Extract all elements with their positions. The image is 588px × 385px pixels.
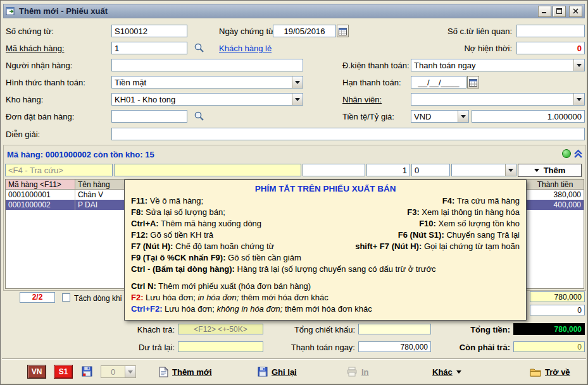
hinh-thuc-label: Hình thức thanh toán:: [6, 78, 85, 87]
quick-qty-input[interactable]: [366, 164, 410, 176]
minimize-button[interactable]: [538, 6, 551, 17]
window-title: Thêm mới - Phiếu xuất: [19, 6, 537, 16]
vn-button[interactable]: VN: [27, 365, 46, 379]
cell-ma-hang: 0001000002: [6, 200, 75, 210]
shortcut-line: F8: Sửa lại số lượng bán; F3: Xem lại th…: [131, 207, 520, 218]
shortcut-desc-italic: in hóa đơn;: [197, 293, 239, 302]
search-icon[interactable]: [194, 42, 204, 56]
shortcut-line: F12: Gõ số tiền KH trả F6 (Nút S1): Chuy…: [131, 229, 520, 241]
shortcut-key: Ctrl N:: [131, 281, 156, 291]
con-phai-tra-label: Còn phải trả:: [456, 343, 510, 352]
khac-label: Khác: [432, 367, 453, 377]
khach-tra-input[interactable]: [178, 324, 263, 334]
search-icon[interactable]: [194, 111, 204, 124]
dk-thanh-toan-combo[interactable]: Thanh toán ngay: [411, 59, 585, 71]
kho-hang-label: Kho hàng:: [6, 95, 43, 104]
ngay-chung-tu-input[interactable]: [273, 25, 336, 37]
ma-khach-hang-input[interactable]: [111, 42, 187, 54]
shortcut-key: F8:: [131, 207, 144, 217]
nhan-vien-label: Nhân viên:: [342, 95, 382, 104]
shortcut-desc: Lưu hóa đơn;: [144, 293, 198, 302]
khac-button[interactable]: Khác: [432, 364, 461, 379]
tong-chiet-khau-input[interactable]: [358, 324, 431, 334]
kho-hang-combo[interactable]: KH01 - Kho tong: [111, 93, 303, 106]
shortcut-line: Ctrl N: Thêm mới phiếu xuất (hóa đơn bán…: [131, 281, 520, 292]
count-value: 0: [101, 366, 125, 377]
calendar-icon[interactable]: [337, 25, 349, 37]
don-dat-label: Đơn đặt bán hàng:: [6, 112, 74, 121]
shortcut-key: F4:: [442, 196, 455, 205]
chevron-down-icon[interactable]: [292, 94, 303, 105]
quick-item-name-input[interactable]: [114, 164, 301, 176]
triangle-down-icon: [534, 169, 539, 172]
nhan-vien-combo[interactable]: [411, 93, 585, 106]
thanh-toan-ngay-input[interactable]: [358, 341, 431, 352]
maximize-button[interactable]: [553, 6, 566, 17]
line-amount-field: [530, 291, 585, 302]
no-hien-thoi-field: [516, 42, 585, 54]
calendar-icon[interactable]: [467, 76, 479, 89]
cell-thanh-tien: 380,000: [527, 190, 584, 200]
tien-te-combo[interactable]: VND: [411, 110, 469, 123]
quick-item-search-input[interactable]: [5, 164, 113, 176]
shortcut-line: F7 (Nút H): Chế độ tam hoãn chứng từ shi…: [131, 241, 520, 252]
shortcut-line: F11: Về ô mã hàng; F4: Tra cứu mã hàng: [131, 195, 520, 207]
add-line-label: Thêm: [544, 166, 566, 175]
quick-unit-combo[interactable]: [451, 164, 516, 176]
chevron-down-icon[interactable]: [292, 76, 303, 88]
add-line-button[interactable]: Thêm: [518, 164, 582, 177]
quick-discount-input[interactable]: [411, 164, 450, 176]
column-header-thanh-tien: Thành tiền: [527, 180, 584, 189]
tien-te-label: Tiền tệ/Tỷ giá:: [342, 112, 394, 121]
hinh-thuc-combo[interactable]: Tiền mặt: [111, 76, 303, 89]
shortcut-line: Ctrl - (Bấm tại dòng hàng): Hàng trả lại…: [131, 264, 520, 275]
them-moi-button[interactable]: Thêm mới: [159, 364, 212, 379]
quick-save-icon[interactable]: [82, 366, 92, 379]
shortcut-key: Ctrl - (Bấm tại dòng hàng):: [131, 264, 235, 274]
han-thanh-toan-input[interactable]: [411, 76, 466, 89]
shortcut-popup: PHÍM TẮT TRÊN PHIẾU XUẤT BÁN F11: Về ô m…: [124, 180, 527, 321]
collapse-double-chevron-up-icon[interactable]: [573, 149, 583, 161]
thanh-toan-ngay-label: Thạnh toán ngay:: [285, 343, 355, 352]
quick-field3-input[interactable]: [303, 164, 365, 176]
shortcut-desc: Xem lại thông tin hàng hóa: [420, 207, 520, 217]
dien-giai-input[interactable]: [111, 128, 585, 140]
tro-ve-button[interactable]: Trở về: [530, 364, 570, 379]
shortcut-desc: Tra cứu mã hàng: [454, 196, 520, 205]
shortcut-key: F3:: [407, 207, 420, 217]
shortcut-desc: Hàng trả lại (số lượng chuyển sang có dấ…: [235, 264, 436, 274]
shortcut-desc-italic: không in hóa đơn;: [216, 304, 282, 314]
split-line-checkbox-label: Tách dòng khi: [74, 294, 122, 303]
s1-button[interactable]: S1: [54, 365, 73, 379]
chevron-down-icon[interactable]: [573, 59, 584, 71]
kho-hang-value: KH01 - Kho tong: [112, 94, 292, 105]
triangle-down-icon: [456, 370, 461, 374]
so-chung-tu-input[interactable]: [111, 25, 187, 37]
du-tra-lai-label: Dư trả lại:: [121, 343, 175, 352]
don-dat-input[interactable]: [111, 110, 187, 123]
chevron-down-icon[interactable]: [505, 164, 516, 176]
shortcut-desc: Thêm mới phiếu xuất (hóa đơn bán hàng): [156, 281, 311, 291]
chevron-down-icon[interactable]: [573, 94, 584, 105]
shortcut-desc: Gõ số tiền KH trả: [148, 230, 213, 240]
so-ctu-lien-quan-input[interactable]: [516, 25, 585, 37]
dk-thanh-toan-label: Đ.kiện thanh toán:: [342, 61, 410, 70]
no-hien-thoi-label: Nợ hiện thời:: [437, 44, 512, 53]
cell-ma-hang: 0001000001: [6, 190, 75, 200]
ghi-lai-button[interactable]: Ghi lại: [258, 364, 297, 379]
ty-gia-input[interactable]: [472, 110, 585, 123]
nhan-vien-value: [411, 94, 573, 105]
shortcut-line: F9 (Tại ô %CK nhấn F9): Gõ số tiền cần g…: [131, 252, 520, 264]
in-button[interactable]: In: [346, 364, 369, 379]
khach-hang-le-link[interactable]: Khách hàng lẻ: [219, 44, 272, 53]
chevron-down-icon[interactable]: [458, 111, 468, 122]
tong-chiet-khau-label: Tổng chiết khấu:: [285, 325, 355, 334]
so-chung-tu-label: Số chứng từ:: [6, 27, 54, 36]
column-header-ma-hang: Mã hàng <F11>: [6, 180, 75, 189]
du-tra-lai-field: [178, 341, 263, 352]
split-line-checkbox[interactable]: [62, 293, 70, 302]
titlebar[interactable]: Thêm mới - Phiếu xuất: [3, 4, 585, 18]
shortcut-desc: Về ô mã hàng;: [147, 196, 203, 205]
close-button[interactable]: [569, 6, 582, 17]
nguoi-nhan-hang-input[interactable]: [111, 59, 303, 71]
